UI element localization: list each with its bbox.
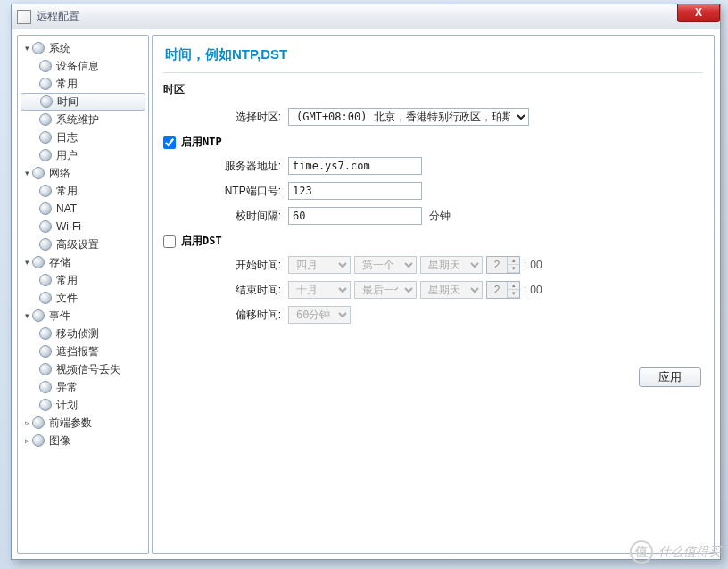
page-title: 时间，例如NTP,DST — [163, 43, 703, 73]
apply-button[interactable]: 应用 — [639, 367, 701, 387]
ntp-server-input[interactable] — [288, 157, 422, 175]
window-title: 远程配置 — [37, 9, 79, 24]
sidebar-item-label: 图像 — [49, 433, 70, 449]
sidebar-item-label: 系统 — [49, 41, 70, 56]
sidebar-item-label: Wi-Fi — [56, 220, 81, 233]
globe-icon — [32, 309, 45, 322]
ntp-port-input[interactable] — [288, 182, 422, 200]
dst-end-min: 00 — [530, 284, 542, 296]
sidebar-item[interactable]: ▹图像 — [18, 432, 148, 449]
dst-end-label: 结束时间: — [163, 283, 288, 298]
globe-icon — [39, 185, 52, 197]
sidebar-item-label: 设备信息 — [56, 59, 99, 74]
sidebar-item-label: NAT — [56, 202, 77, 215]
sidebar-item[interactable]: 用户 — [18, 146, 148, 164]
sidebar-item-label: 系统维护 — [56, 112, 99, 128]
globe-icon — [40, 95, 53, 108]
sidebar-item-label: 文件 — [56, 291, 78, 306]
dst-offset-select[interactable]: 60分钟 — [288, 306, 351, 324]
globe-icon — [39, 327, 52, 340]
sidebar-item[interactable]: 日志 — [18, 128, 148, 146]
dst-start-hour[interactable]: 2▴▾ — [486, 256, 520, 274]
globe-icon — [39, 131, 52, 144]
dst-end-week[interactable]: 最后一个 — [354, 281, 417, 299]
sidebar-item-label: 常用 — [56, 77, 78, 92]
sidebar-item[interactable]: ▾事件 — [18, 307, 148, 325]
globe-icon — [39, 78, 52, 90]
dst-checkbox[interactable] — [163, 235, 176, 248]
expander-icon[interactable]: ▹ — [21, 436, 32, 445]
sidebar-item-label: 日志 — [56, 130, 78, 145]
sidebar-item[interactable]: 常用 — [18, 75, 148, 93]
sidebar-item-label: 常用 — [56, 273, 78, 288]
ntp-checkbox[interactable] — [163, 136, 176, 149]
dst-offset-row: 偏移时间: 60分钟 — [163, 304, 703, 326]
spin-down-icon[interactable]: ▾ — [508, 265, 519, 273]
globe-icon — [39, 274, 52, 286]
globe-icon — [39, 363, 52, 375]
time-sep: : — [524, 259, 526, 271]
tz-section-head: 时区 — [163, 82, 703, 97]
dst-offset-label: 偏移时间: — [163, 308, 288, 323]
sidebar-item[interactable]: 设备信息 — [18, 57, 148, 75]
sidebar-item[interactable]: 计划 — [18, 396, 148, 414]
sidebar-item-label: 事件 — [49, 309, 70, 324]
sidebar-item[interactable]: ▹前端参数 — [18, 414, 148, 432]
sidebar-item[interactable]: 视频信号丢失 — [18, 360, 148, 378]
expander-icon[interactable]: ▹ — [21, 418, 32, 427]
dst-start-month[interactable]: 四月 — [288, 256, 351, 274]
window-body: ▾系统设备信息常用时间系统维护日志用户▾网络常用NATWi-Fi高级设置▾存储常… — [12, 29, 720, 559]
tz-select[interactable]: (GMT+08:00) 北京，香港特别行政区，珀斯，新… — [288, 108, 529, 126]
sidebar-item[interactable]: ▾系统 — [18, 39, 148, 57]
sidebar-item[interactable]: 移动侦测 — [18, 325, 148, 342]
dst-end-hour[interactable]: 2▴▾ — [486, 281, 520, 299]
sidebar-item[interactable]: ▾网络 — [18, 164, 148, 182]
sidebar-item[interactable]: 文件 — [18, 289, 148, 307]
time-sep: : — [524, 284, 526, 296]
globe-icon — [39, 399, 52, 411]
dst-end-row: 结束时间: 十月 最后一个 星期天 2▴▾ : 00 — [163, 279, 703, 301]
dst-start-label: 开始时间: — [163, 258, 288, 273]
spin-up-icon[interactable]: ▴ — [508, 282, 519, 290]
expander-icon[interactable]: ▾ — [21, 258, 32, 267]
dst-start-week[interactable]: 第一个 — [354, 256, 417, 274]
sidebar-item[interactable]: 常用 — [18, 271, 148, 289]
expander-icon[interactable]: ▾ — [21, 311, 32, 320]
dst-enable-label: 启用DST — [181, 234, 222, 249]
ntp-server-label: 服务器地址: — [163, 159, 288, 174]
expander-icon[interactable]: ▾ — [21, 44, 32, 53]
expander-icon[interactable]: ▾ — [21, 169, 32, 177]
sidebar-item[interactable]: NAT — [18, 200, 148, 218]
ntp-interval-input[interactable] — [288, 207, 422, 225]
spin-down-icon[interactable]: ▾ — [508, 290, 519, 298]
close-button[interactable]: X — [677, 4, 720, 22]
sidebar-item[interactable]: 异常 — [18, 378, 148, 396]
sidebar-item[interactable]: 遮挡报警 — [18, 342, 148, 360]
sidebar: ▾系统设备信息常用时间系统维护日志用户▾网络常用NATWi-Fi高级设置▾存储常… — [17, 35, 149, 554]
sidebar-item-label: 计划 — [56, 398, 78, 413]
globe-icon — [39, 238, 52, 251]
sidebar-item[interactable]: ▾存储 — [18, 253, 148, 271]
sidebar-item[interactable]: Wi-Fi — [18, 218, 148, 235]
spin-up-icon[interactable]: ▴ — [508, 257, 519, 265]
globe-icon — [32, 416, 45, 429]
ntp-port-label: NTP端口号: — [163, 184, 288, 199]
sidebar-item-label: 网络 — [49, 166, 70, 181]
sidebar-item-label: 高级设置 — [56, 237, 99, 252]
globe-icon — [39, 149, 52, 161]
app-icon — [17, 10, 31, 24]
ntp-enable-label: 启用NTP — [181, 135, 222, 150]
dst-end-month[interactable]: 十月 — [288, 281, 351, 299]
sidebar-item[interactable]: 系统维护 — [18, 111, 148, 128]
sidebar-item[interactable]: 常用 — [18, 182, 148, 200]
sidebar-item[interactable]: 高级设置 — [18, 235, 148, 253]
sidebar-item-label: 时间 — [57, 95, 79, 110]
sidebar-item-label: 常用 — [56, 184, 78, 199]
dst-start-day[interactable]: 星期天 — [420, 256, 483, 274]
globe-icon — [32, 167, 45, 179]
titlebar[interactable]: 远程配置 X — [12, 4, 720, 29]
globe-icon — [32, 42, 45, 54]
sidebar-item[interactable]: 时间 — [21, 93, 145, 111]
dst-end-day[interactable]: 星期天 — [420, 281, 483, 299]
sidebar-item-label: 用户 — [56, 148, 78, 163]
